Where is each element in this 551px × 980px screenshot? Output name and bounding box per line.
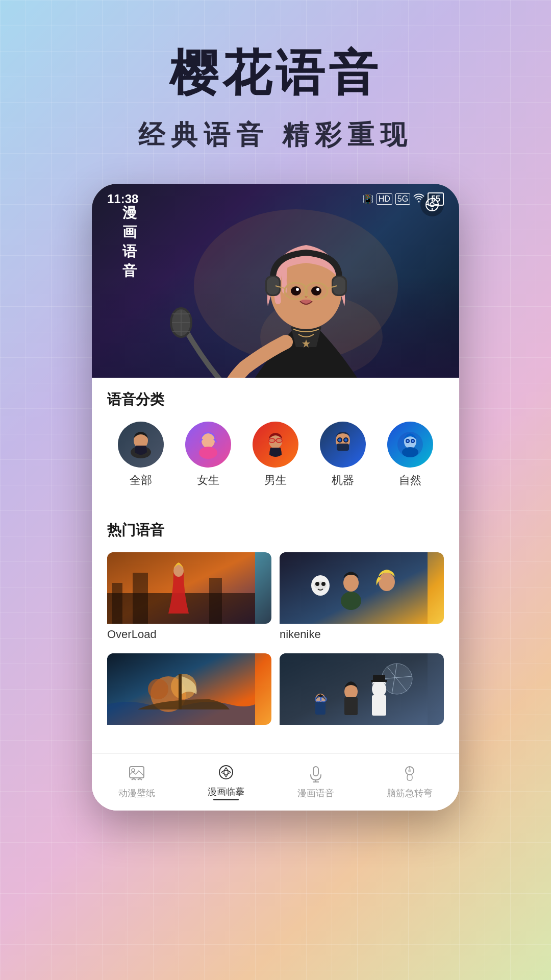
hot-image-4: [280, 653, 444, 725]
nav-item-voice[interactable]: 漫画语音: [297, 764, 334, 799]
voice-icon: [306, 764, 326, 784]
status-icons: 📳 HD 5G 55: [362, 192, 444, 206]
hot-voices-section: 热门语音: [92, 508, 459, 745]
svg-point-88: [132, 769, 135, 772]
nav-item-wallpaper[interactable]: 动漫壁纸: [118, 764, 155, 799]
category-label-female: 女生: [197, 473, 219, 488]
svg-point-83: [372, 681, 386, 697]
content-wrapper: 樱花语音 经典语音 精彩重现 11:38 📳 HD 5G: [0, 0, 551, 811]
category-label-robot: 机器: [332, 473, 354, 488]
svg-point-44: [338, 438, 341, 442]
hot-label-4: [280, 725, 444, 733]
svg-point-52: [402, 447, 418, 457]
category-row: 全部: [107, 422, 444, 488]
hot-label-3: [107, 725, 271, 733]
svg-point-22: [296, 288, 299, 291]
status-bar: 11:38 📳 HD 5G 55: [92, 184, 459, 210]
svg-point-66: [379, 573, 395, 591]
svg-rect-90: [313, 767, 318, 776]
wallpaper-icon: [127, 764, 147, 784]
category-all[interactable]: 全部: [118, 422, 164, 488]
nav-label-drawing: 漫画临摹: [208, 786, 244, 798]
nav-label-wallpaper: 动漫壁纸: [118, 787, 155, 799]
svg-point-65: [341, 592, 361, 610]
svg-point-35: [199, 447, 217, 459]
hot-item-2[interactable]: nikenike: [280, 552, 444, 645]
category-label-all: 全部: [130, 473, 152, 488]
svg-point-23: [316, 288, 319, 291]
drawing-icon: [216, 762, 236, 782]
svg-point-64: [343, 574, 359, 592]
category-avatar-male: [253, 422, 298, 468]
svg-point-20: [291, 286, 301, 296]
hot-image-2: [280, 552, 444, 624]
category-avatar-female: [185, 422, 231, 468]
hot-image-3: [107, 653, 271, 725]
hero-banner: 11:38 📳 HD 5G 55: [92, 184, 459, 378]
svg-rect-56: [133, 573, 148, 624]
voice-category-section: 语音分类: [92, 378, 459, 500]
svg-rect-84: [372, 695, 386, 716]
category-male[interactable]: 男生: [253, 422, 298, 488]
svg-point-80: [320, 697, 327, 702]
svg-rect-57: [209, 578, 222, 624]
phone-mockup: 11:38 📳 HD 5G 55: [92, 184, 459, 811]
app-title-sub: 经典语音 精彩重现: [138, 117, 413, 153]
hot-label-2: nikenike: [280, 624, 444, 645]
hero-app-name: 漫画语音: [122, 203, 137, 281]
category-nature[interactable]: 自然: [387, 422, 433, 488]
category-avatar-robot: [320, 422, 366, 468]
svg-point-50: [407, 440, 409, 442]
category-label-nature: 自然: [399, 473, 421, 488]
brain-icon: [399, 764, 420, 784]
hot-item-3[interactable]: [107, 653, 271, 733]
svg-point-37: [269, 438, 275, 443]
bottom-nav: 动漫壁纸 漫画临摹: [92, 753, 459, 811]
hot-voices-title: 热门语音: [107, 521, 444, 540]
voice-category-title: 语音分类: [107, 390, 444, 409]
nav-label-voice: 漫画语音: [297, 787, 334, 799]
svg-rect-86: [371, 680, 387, 682]
hd-badge: HD: [377, 193, 392, 205]
status-time: 11:38: [107, 192, 138, 206]
svg-point-51: [412, 440, 414, 442]
svg-rect-82: [344, 697, 358, 715]
hot-voices-grid: OverLoad: [107, 552, 444, 733]
phone-content: 语音分类: [92, 378, 459, 811]
category-robot[interactable]: 机器: [320, 422, 366, 488]
vibrate-icon: 📳: [362, 193, 373, 205]
svg-point-63: [321, 582, 325, 586]
svg-point-38: [276, 438, 282, 443]
5g-badge: 5G: [395, 193, 410, 205]
category-female[interactable]: 女生: [185, 422, 231, 488]
hot-label-1: OverLoad: [107, 624, 271, 645]
hot-item-4[interactable]: [280, 653, 444, 733]
svg-rect-55: [112, 583, 122, 624]
hero-illustration: [92, 184, 459, 378]
category-label-male: 男生: [264, 473, 287, 488]
nav-item-drawing[interactable]: 漫画临摹: [208, 762, 244, 800]
nav-active-bar: [213, 799, 239, 800]
nav-item-brain[interactable]: 脑筋急转弯: [387, 764, 433, 799]
svg-point-70: [148, 679, 168, 699]
category-avatar-nature: [387, 422, 433, 468]
hot-item-1[interactable]: OverLoad: [107, 552, 271, 645]
svg-point-62: [315, 582, 319, 586]
wifi-icon: [413, 193, 424, 205]
svg-rect-71: [179, 674, 182, 709]
nav-label-brain: 脑筋急转弯: [387, 787, 433, 799]
svg-point-21: [311, 286, 321, 296]
svg-rect-41: [337, 444, 349, 451]
svg-rect-78: [315, 702, 325, 715]
svg-point-45: [344, 438, 347, 442]
hot-image-1: [107, 552, 271, 624]
app-title-main: 樱花语音: [169, 41, 382, 107]
svg-point-95: [408, 769, 411, 772]
category-avatar-all: [118, 422, 164, 468]
battery-level: 55: [428, 192, 444, 206]
